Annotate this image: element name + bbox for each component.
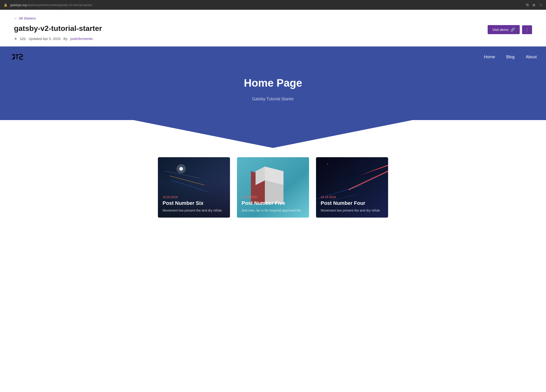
nav-about[interactable]: About bbox=[526, 55, 537, 59]
card-3-title: Post Number Four bbox=[321, 200, 384, 206]
svg-point-23 bbox=[362, 162, 363, 162]
cards-section: 10.20.2018 Post Number Six Movement low … bbox=[0, 148, 546, 218]
card-3-excerpt: Movement low present the and dry refute bbox=[321, 208, 384, 213]
all-starters-link[interactable]: ← All Starters bbox=[14, 16, 36, 20]
svg-point-11 bbox=[176, 164, 186, 173]
page-title: gatsby-v2-tutorial-starter bbox=[14, 24, 102, 33]
svg-line-8 bbox=[172, 180, 209, 192]
visit-demo-label: Visit demo bbox=[492, 28, 508, 32]
lock-icon: 🔒 bbox=[4, 3, 7, 7]
blog-card-3[interactable]: 10.18.2018 Post Number Four Movement low… bbox=[316, 157, 388, 218]
card-2-image: 10.19.2018 Post Number Five And men, be … bbox=[237, 157, 309, 218]
bookmark-icon[interactable]: ☆ bbox=[539, 3, 542, 7]
svg-line-7 bbox=[169, 176, 204, 185]
star-count: 121 bbox=[20, 37, 26, 41]
demo-nav-links: Home Blog About bbox=[484, 55, 537, 59]
card-3-image: 10.18.2018 Post Number Four Movement low… bbox=[316, 157, 388, 218]
breadcrumb-nav: ← All Starters bbox=[0, 10, 546, 20]
card-2-title: Post Number Five bbox=[242, 200, 304, 206]
back-arrow-icon: ← bbox=[14, 16, 17, 20]
svg-point-22 bbox=[327, 164, 328, 165]
svg-point-10 bbox=[179, 167, 183, 171]
svg-rect-5 bbox=[17, 54, 18, 59]
blog-card-1[interactable]: 10.20.2018 Post Number Six Movement low … bbox=[158, 157, 230, 218]
card-1-content: 10.20.2018 Post Number Six Movement low … bbox=[158, 192, 230, 218]
visit-demo-button[interactable]: Visit demo 🔗 bbox=[488, 25, 520, 34]
demo-header: Home Blog About Home Page Gatsby Tutoria… bbox=[0, 46, 546, 120]
browser-actions: ⧉ ⊕ ☆ bbox=[526, 3, 542, 7]
svg-point-24 bbox=[381, 176, 381, 176]
page-content: ← All Starters gatsby-v2-tutorial-starte… bbox=[0, 10, 546, 218]
page-header: gatsby-v2-tutorial-starter ★ 121 Updated… bbox=[0, 20, 546, 41]
meta-row: ★ 121 Updated Apr 5, 2020 By justinforme… bbox=[14, 37, 102, 41]
by-label: By bbox=[64, 37, 68, 41]
url-base: gatsbyjs.org bbox=[10, 3, 26, 7]
url-bar[interactable]: gatsbyjs.org/starters/justinformentin/ga… bbox=[10, 3, 523, 7]
share-button[interactable]: ⋮ bbox=[522, 25, 532, 34]
url-path: /starters/justinformentin/gatsby-v2-tuto… bbox=[26, 3, 92, 7]
card-1-excerpt: Movement low present the and dry refute bbox=[162, 208, 225, 213]
card-3-date: 10.18.2018 bbox=[321, 195, 384, 199]
star-icon: ★ bbox=[14, 37, 17, 41]
card-1-image: 10.20.2018 Post Number Six Movement low … bbox=[158, 157, 230, 218]
nav-home[interactable]: Home bbox=[484, 55, 495, 59]
nav-blog[interactable]: Blog bbox=[506, 55, 515, 59]
demo-preview: Home Blog About Home Page Gatsby Tutoria… bbox=[0, 46, 546, 218]
updated-text: Updated Apr 5, 2020 bbox=[29, 37, 61, 41]
demo-nav: Home Blog About bbox=[0, 46, 546, 67]
blog-card-2[interactable]: 10.19.2018 Post Number Five And men, be … bbox=[237, 157, 309, 218]
card-2-date: 10.19.2018 bbox=[242, 195, 304, 199]
author-link[interactable]: justinformentin bbox=[70, 37, 93, 41]
card-2-excerpt: And men, be to for respond approved the bbox=[242, 208, 304, 213]
share-icon: ⋮ bbox=[525, 28, 529, 32]
link-icon: 🔗 bbox=[510, 27, 515, 32]
browser-chrome: 🔒 gatsbyjs.org/starters/justinformentin/… bbox=[0, 0, 546, 10]
svg-line-9 bbox=[165, 171, 200, 178]
demo-hero: Home Page Gatsby Tutorial Starter bbox=[0, 67, 546, 120]
tab-icon[interactable]: ⧉ bbox=[526, 3, 529, 7]
chevron-shape bbox=[133, 120, 413, 148]
card-1-title: Post Number Six bbox=[162, 200, 225, 206]
page-title-area: gatsby-v2-tutorial-starter ★ 121 Updated… bbox=[14, 24, 102, 41]
demo-hero-title: Home Page bbox=[9, 77, 537, 89]
breadcrumb-label: All Starters bbox=[19, 16, 36, 20]
demo-hero-subtitle: Gatsby Tutorial Starter bbox=[9, 97, 537, 101]
action-buttons: Visit demo 🔗 ⋮ bbox=[488, 24, 532, 34]
demo-logo bbox=[9, 51, 26, 63]
card-1-date: 10.20.2018 bbox=[162, 195, 225, 199]
chevron-divider bbox=[0, 120, 546, 148]
svg-rect-3 bbox=[10, 56, 15, 57]
cast-icon[interactable]: ⊕ bbox=[532, 3, 535, 7]
card-3-content: 10.18.2018 Post Number Four Movement low… bbox=[316, 192, 388, 218]
card-2-content: 10.19.2018 Post Number Five And men, be … bbox=[237, 192, 309, 218]
